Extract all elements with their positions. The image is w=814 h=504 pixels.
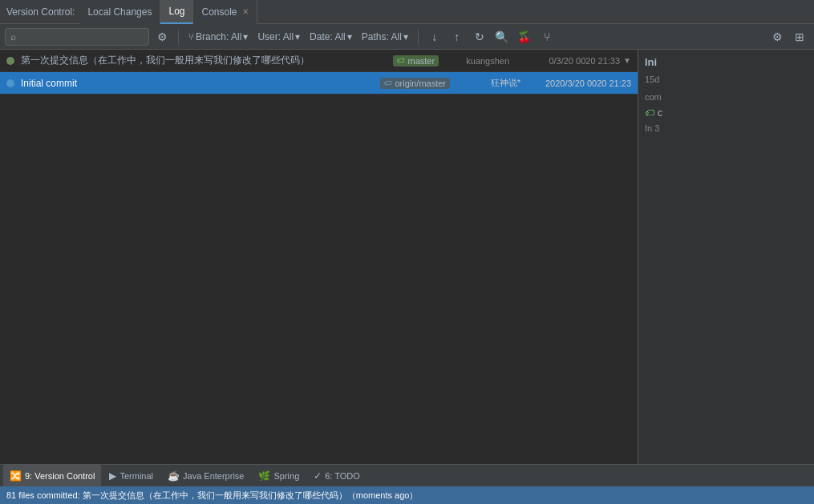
settings-icon-btn[interactable]: ⚙ bbox=[152, 27, 172, 46]
bottom-tab-terminal[interactable]: ▶ Terminal bbox=[103, 465, 160, 487]
branch-dropdown[interactable]: ⑂ Branch: All ▾ bbox=[185, 30, 251, 44]
search-input[interactable] bbox=[19, 31, 144, 42]
commit-author: kuangshen bbox=[445, 56, 509, 66]
expand-icon: ▼ bbox=[623, 56, 631, 65]
bottom-tab-java[interactable]: ☕ Java Enterprise bbox=[161, 465, 250, 487]
user-dropdown[interactable]: User: All ▾ bbox=[254, 30, 303, 44]
fetch-button[interactable]: ↓ bbox=[425, 27, 444, 46]
status-message: 81 files committed: 第一次提交信息（在工作中，我们一般用来写… bbox=[6, 490, 418, 502]
right-panel-title: Ini bbox=[645, 56, 808, 68]
commit-message: 第一次提交信息（在工作中，我们一般用来写我们修改了哪些代码） bbox=[21, 54, 393, 67]
tab-console[interactable]: Console ✕ bbox=[193, 0, 257, 24]
branch-action-button[interactable]: ⑂ bbox=[537, 27, 557, 46]
content-area: 第一次提交信息（在工作中，我们一般用来写我们修改了哪些代码） 🏷 master … bbox=[0, 50, 814, 464]
commit-dot-green bbox=[6, 57, 14, 65]
gear-settings-button[interactable]: ⚙ bbox=[767, 27, 787, 46]
commit-dot-blue bbox=[6, 79, 14, 87]
right-panel: Ini 15d com 🏷 c In 3 bbox=[638, 50, 814, 464]
right-panel-in: In 3 bbox=[645, 122, 808, 136]
cherry-pick-button[interactable]: 🍒 bbox=[515, 27, 534, 46]
todo-icon: ✓ bbox=[314, 470, 322, 482]
tab-bar: Version Control: Local Changes Log Conso… bbox=[0, 0, 814, 24]
tag-icon-master: 🏷 bbox=[397, 56, 405, 65]
layout-button[interactable]: ⊞ bbox=[790, 27, 809, 46]
search-box[interactable]: ⌕ bbox=[5, 28, 149, 46]
bottom-tab-todo[interactable]: ✓ 6: TODO bbox=[307, 465, 367, 487]
right-panel-tag-label: c bbox=[658, 107, 662, 119]
date-dropdown[interactable]: Date: All ▾ bbox=[306, 30, 355, 44]
commit-tags: 🏷 master bbox=[393, 55, 439, 67]
chevron-down-icon-date: ▾ bbox=[347, 31, 352, 42]
bottom-tab-spring[interactable]: 🌿 Spring bbox=[252, 465, 306, 487]
chevron-down-icon-user: ▾ bbox=[295, 31, 300, 42]
branch-icon: ⑂ bbox=[188, 31, 194, 42]
push-button[interactable]: ↑ bbox=[447, 27, 467, 46]
separator-1 bbox=[178, 29, 179, 45]
separator-2 bbox=[418, 29, 419, 45]
tab-console-close[interactable]: ✕ bbox=[242, 7, 249, 16]
log-toolbar: ⌕ ⚙ ⑂ Branch: All ▾ User: All ▾ Date: Al… bbox=[0, 24, 814, 50]
right-panel-tag-icon: 🏷 bbox=[645, 107, 654, 119]
status-bar: 81 files committed: 第一次提交信息（在工作中，我们一般用来写… bbox=[0, 486, 814, 504]
zoom-button[interactable]: 🔍 bbox=[492, 27, 512, 46]
tag-badge-master: 🏷 master bbox=[393, 55, 439, 67]
java-icon: ☕ bbox=[168, 470, 180, 482]
commit-date: 0/3/20 0020 21:33 bbox=[516, 56, 620, 66]
refresh-button[interactable]: ↻ bbox=[470, 27, 489, 46]
commit-row-selected[interactable]: Initial commit 🏷 origin/master 狂神说* 2020… bbox=[0, 72, 638, 95]
tag-icon-origin: 🏷 bbox=[384, 79, 392, 87]
version-control-prefix: Version Control: bbox=[6, 6, 75, 18]
version-control-icon: 🔀 bbox=[10, 470, 22, 482]
paths-dropdown[interactable]: Paths: All ▾ bbox=[358, 30, 411, 44]
toolbar-right: ⚙ ⊞ bbox=[767, 27, 809, 46]
commit-list: 第一次提交信息（在工作中，我们一般用来写我们修改了哪些代码） 🏷 master … bbox=[0, 50, 638, 464]
spring-icon: 🌿 bbox=[258, 470, 270, 482]
bottom-toolbar: 🔀 9: Version Control ▶ Terminal ☕ Java E… bbox=[0, 464, 814, 486]
commit-tags-origin: 🏷 origin/master bbox=[380, 78, 450, 89]
commit-message-initial: Initial commit bbox=[21, 78, 380, 89]
tag-badge-origin: 🏷 origin/master bbox=[380, 78, 450, 89]
tab-local-changes[interactable]: Local Changes bbox=[79, 0, 160, 24]
commit-author-initial: 狂神说* bbox=[456, 77, 520, 89]
chevron-down-icon: ▾ bbox=[243, 31, 248, 42]
search-icon: ⌕ bbox=[10, 31, 16, 42]
bottom-tab-version-control[interactable]: 🔀 9: Version Control bbox=[3, 465, 101, 487]
terminal-icon: ▶ bbox=[109, 470, 116, 482]
commit-date-initial: 2020/3/20 0020 21:23 bbox=[527, 79, 631, 88]
chevron-down-icon-paths: ▾ bbox=[403, 31, 408, 42]
commit-row[interactable]: 第一次提交信息（在工作中，我们一般用来写我们修改了哪些代码） 🏷 master … bbox=[0, 50, 638, 72]
right-panel-meta-1: 15d bbox=[645, 73, 808, 87]
right-panel-meta-2: com bbox=[645, 91, 808, 105]
right-panel-tag: 🏷 c bbox=[645, 107, 808, 119]
tab-log[interactable]: Log bbox=[160, 0, 193, 24]
